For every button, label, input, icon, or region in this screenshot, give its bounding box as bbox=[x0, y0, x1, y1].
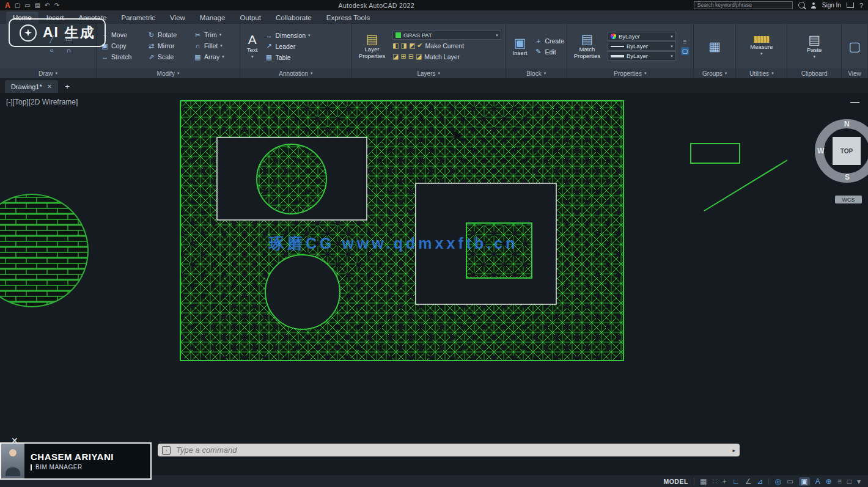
create-block-button[interactable]: +Create bbox=[534, 35, 564, 46]
panel-label-block[interactable]: Block▾ bbox=[506, 68, 567, 78]
open-file-icon[interactable]: ▭ bbox=[24, 2, 30, 9]
selection-cycling-icon[interactable]: ▣ bbox=[799, 477, 809, 486]
command-line[interactable]: › ▸ bbox=[158, 444, 740, 456]
help-icon[interactable]: ? bbox=[859, 2, 863, 9]
insert-block-button[interactable]: ▣ Insert bbox=[510, 35, 530, 57]
layer-lock-icon[interactable]: ◪ bbox=[392, 53, 399, 60]
grid-icon[interactable]: ▦ bbox=[700, 478, 707, 485]
panel-label-clipboard[interactable]: Clipboard bbox=[787, 68, 841, 78]
model-space-button[interactable]: MODEL bbox=[663, 478, 688, 485]
edit-block-button[interactable]: ✎Edit bbox=[534, 46, 564, 57]
snap-icon[interactable]: ∷ bbox=[712, 478, 717, 485]
new-drawing-tab-button[interactable]: + bbox=[61, 80, 74, 93]
viewcube-west[interactable]: W bbox=[817, 147, 824, 155]
dimension-button[interactable]: ↔Dimension▾ bbox=[265, 30, 310, 40]
rotate-button[interactable]: ↻Rotate bbox=[147, 30, 193, 40]
viewport-controls[interactable]: [-][Top][2D Wireframe] bbox=[6, 98, 78, 106]
array-button[interactable]: ▦Array▾ bbox=[194, 52, 239, 62]
copy-button[interactable]: ▣Copy bbox=[101, 41, 146, 51]
units-icon[interactable]: ≡ bbox=[837, 478, 842, 485]
brick-hatch-circle[interactable] bbox=[0, 194, 88, 307]
tab-parametric[interactable]: Parametric bbox=[115, 12, 163, 24]
drawing-tab[interactable]: Drawing1* ✕ bbox=[5, 80, 58, 93]
customization-icon[interactable]: ▾ bbox=[857, 478, 861, 485]
viewport-minimize-icon[interactable]: — bbox=[850, 97, 859, 106]
wcs-button[interactable]: WCS bbox=[835, 196, 862, 203]
text-button[interactable]: A Text ▾ bbox=[245, 32, 260, 60]
redo-icon[interactable]: ↷ bbox=[54, 2, 59, 9]
new-file-icon[interactable]: ▢ bbox=[15, 2, 20, 9]
drawing-canvas[interactable]: [-][Top][2D Wireframe] — 琢磨CG www.qdmxxf… bbox=[0, 93, 868, 475]
app-logo-icon[interactable]: A bbox=[5, 1, 10, 10]
layer-on-icon[interactable]: ⊞ bbox=[401, 53, 406, 60]
table-button[interactable]: ▦Table bbox=[265, 52, 310, 62]
arc-tool-icon[interactable]: ∩ bbox=[65, 46, 73, 57]
layer-off-icon[interactable]: ◧ bbox=[392, 42, 399, 49]
properties-list-icon[interactable]: ≡ bbox=[682, 38, 688, 46]
diagonal-line[interactable] bbox=[704, 160, 787, 211]
panel-label-layers[interactable]: Layers▾ bbox=[352, 68, 506, 78]
video-watermark: 琢磨CG www.qdmxxftb.cn bbox=[269, 233, 611, 254]
tab-collaborate[interactable]: Collaborate bbox=[269, 12, 318, 24]
panel-label-draw[interactable]: Draw▾ bbox=[0, 68, 96, 78]
command-scroll-icon[interactable]: ▸ bbox=[732, 447, 735, 453]
tab-express-tools[interactable]: Express Tools bbox=[320, 12, 377, 24]
save-icon[interactable]: ▤ bbox=[35, 2, 40, 9]
object-snap-icon[interactable]: ◎ bbox=[774, 478, 781, 485]
match-properties-button[interactable]: ▤ Match Properties bbox=[572, 32, 603, 60]
app-store-icon[interactable] bbox=[847, 2, 854, 8]
isodraft-icon[interactable]: ⊿ bbox=[757, 478, 763, 485]
tab-manage[interactable]: Manage bbox=[193, 12, 232, 24]
linetype-dropdown[interactable]: ByLayer ▾ bbox=[608, 42, 676, 51]
panel-label-modify[interactable]: Modify▾ bbox=[97, 68, 240, 78]
layer-isolate-icon[interactable]: ◨ bbox=[401, 42, 407, 49]
ortho-icon[interactable]: ∟ bbox=[732, 478, 740, 485]
workspace-switching-icon[interactable]: ⊕ bbox=[826, 478, 832, 485]
viewcube-north[interactable]: N bbox=[844, 120, 850, 128]
polar-tracking-icon[interactable]: ∠ bbox=[745, 478, 752, 485]
mirror-button[interactable]: ⇄Mirror bbox=[147, 41, 193, 51]
search-icon[interactable] bbox=[798, 2, 805, 9]
panel-label-utilities[interactable]: Utilities▾ bbox=[736, 68, 787, 78]
paste-button[interactable]: ▤ Paste ▾ bbox=[804, 32, 824, 60]
properties-palette-icon[interactable]: ▢ bbox=[681, 47, 689, 55]
command-input[interactable] bbox=[175, 445, 728, 455]
leader-button[interactable]: ↗Leader bbox=[265, 41, 310, 51]
object-color-dropdown[interactable]: ByLayer ▾ bbox=[608, 32, 676, 41]
lineweight-dropdown[interactable]: ByLayer ▾ bbox=[608, 51, 676, 60]
tab-view[interactable]: View bbox=[163, 12, 192, 24]
clean-screen-icon[interactable]: □ bbox=[847, 478, 851, 485]
layer-freeze-icon[interactable]: ◩ bbox=[409, 42, 415, 49]
annotation-scale-icon[interactable]: A bbox=[815, 478, 820, 485]
stretch-button[interactable]: ↔Stretch bbox=[101, 52, 146, 62]
dynamic-input-icon[interactable]: + bbox=[723, 478, 727, 485]
layer-properties-button[interactable]: ▤ Layer Properties bbox=[356, 32, 388, 60]
fillet-button[interactable]: ∩Fillet▾ bbox=[194, 41, 239, 51]
lineweight-display-icon[interactable]: ▭ bbox=[787, 478, 793, 485]
help-search-input[interactable]: Search keyword/phrase bbox=[694, 1, 793, 9]
panel-label-groups[interactable]: Groups▾ bbox=[694, 68, 735, 78]
small-rect-outline[interactable] bbox=[691, 144, 740, 163]
tab-output[interactable]: Output bbox=[233, 12, 268, 24]
layer-thaw-icon[interactable]: ⊟ bbox=[408, 53, 414, 60]
move-button[interactable]: +Move bbox=[101, 30, 146, 40]
trim-button[interactable]: ✂Trim▾ bbox=[194, 30, 239, 40]
viewcube-south[interactable]: S bbox=[845, 173, 850, 181]
close-tab-icon[interactable]: ✕ bbox=[47, 83, 52, 90]
viewcube[interactable]: TOP N W S bbox=[815, 119, 868, 183]
undo-icon[interactable]: ↶ bbox=[45, 2, 50, 9]
signin-button[interactable]: Sign In bbox=[822, 2, 841, 9]
measure-button[interactable]: Measure ▾ bbox=[748, 35, 775, 57]
view-tool-button[interactable]: ▢ bbox=[846, 39, 863, 53]
panel-label-annotation[interactable]: Annotation▾ bbox=[240, 68, 351, 78]
viewcube-face-top[interactable]: TOP bbox=[833, 137, 861, 165]
island-circle-b[interactable] bbox=[265, 255, 340, 329]
make-current-button[interactable]: ✔Make Current bbox=[417, 40, 464, 51]
circle-tool-icon[interactable]: ○ bbox=[48, 46, 56, 57]
scale-button[interactable]: ⇗Scale bbox=[147, 52, 193, 62]
panel-label-view[interactable]: View bbox=[842, 68, 867, 78]
group-button[interactable]: ▦ bbox=[706, 39, 723, 53]
match-layer-button[interactable]: ◪Match Layer bbox=[416, 51, 460, 62]
panel-label-properties[interactable]: Properties▾ bbox=[567, 68, 693, 78]
layer-dropdown[interactable]: GRAS PAT ▾ bbox=[392, 31, 501, 40]
